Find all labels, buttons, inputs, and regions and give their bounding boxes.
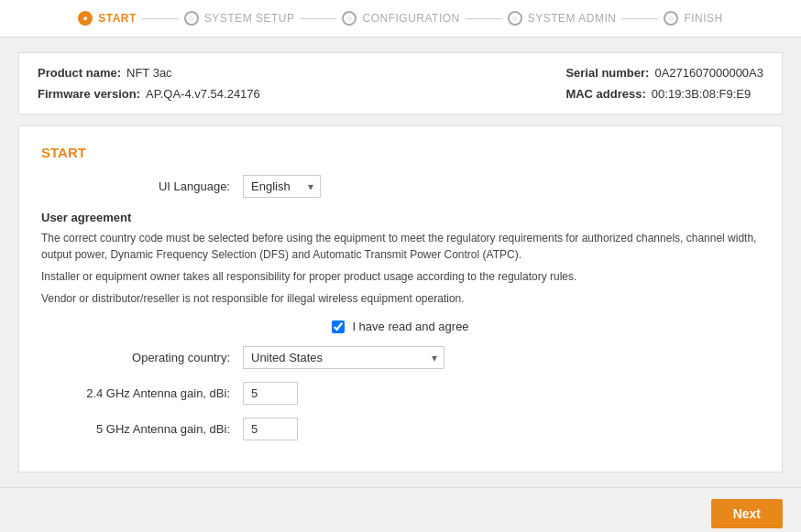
- step-label-configuration: CONFIGURATION: [362, 12, 459, 25]
- operating-country-select-wrapper: United States Canada United Kingdom Germ…: [243, 346, 444, 369]
- serial-value: 0A271607000000A3: [654, 66, 763, 80]
- next-button[interactable]: Next: [711, 499, 783, 528]
- agreement-checkbox[interactable]: [332, 320, 345, 333]
- antenna-24-input[interactable]: [243, 382, 298, 405]
- firmware-label: Firmware version:: [38, 87, 140, 101]
- wizard-step-system-admin[interactable]: ○ SYSTEM ADMIN: [508, 11, 617, 26]
- ui-language-row: UI Language: English French German Spani…: [41, 175, 760, 198]
- page-wrapper: ● START ○ SYSTEM SETUP ○ CONFIGURATION ○…: [0, 0, 801, 532]
- antenna-5-input[interactable]: [243, 418, 298, 440]
- step-circle-system-admin: ○: [508, 11, 522, 26]
- step-circle-finish: ○: [664, 11, 678, 26]
- device-info-left: Product name: NFT 3ac Firmware version: …: [38, 66, 260, 101]
- product-name-row: Product name: NFT 3ac: [38, 66, 260, 80]
- mac-label: MAC address:: [565, 87, 645, 101]
- wizard-nav: ● START ○ SYSTEM SETUP ○ CONFIGURATION ○…: [0, 0, 801, 38]
- mac-row: MAC address: 00:19:3B:08:F9:E9: [565, 87, 763, 101]
- step-label-system-setup: SYSTEM SETUP: [204, 12, 295, 25]
- agreement-section: User agreement The correct country code …: [41, 211, 760, 307]
- wizard-step-system-setup[interactable]: ○ SYSTEM SETUP: [184, 11, 295, 26]
- device-info-panel: Product name: NFT 3ac Firmware version: …: [18, 52, 783, 114]
- step-circle-system-setup: ○: [184, 11, 199, 26]
- antenna-5-row: 5 GHz Antenna gain, dBi:: [41, 418, 760, 440]
- connector-3: [466, 18, 502, 19]
- ui-language-select[interactable]: English French German Spanish: [243, 175, 321, 198]
- connector-1: [142, 18, 179, 19]
- agreement-checkbox-row: I have read and agree: [41, 320, 760, 333]
- agreement-text2: Installer or equipment owner takes all r…: [41, 268, 760, 285]
- connector-4: [621, 18, 658, 19]
- wizard-step-start[interactable]: ● START: [78, 11, 137, 26]
- agreement-title: User agreement: [41, 211, 760, 224]
- ui-language-select-wrapper: English French German Spanish: [243, 175, 321, 198]
- product-name-label: Product name:: [38, 66, 121, 80]
- wizard-step-finish[interactable]: ○ FINISH: [664, 11, 722, 26]
- step-label-start: START: [98, 12, 137, 25]
- operating-country-row: Operating country: United States Canada …: [41, 346, 760, 369]
- antenna-24-row: 2.4 GHz Antenna gain, dBi:: [41, 382, 760, 405]
- section-title: START: [41, 145, 760, 160]
- step-label-system-admin: SYSTEM ADMIN: [528, 12, 617, 25]
- step-label-finish: FINISH: [684, 12, 722, 25]
- firmware-value: AP.QA-4.v7.54.24176: [146, 87, 260, 101]
- antenna-24-label: 2.4 GHz Antenna gain, dBi:: [41, 386, 243, 400]
- agreement-text1: The correct country code must be selecte…: [41, 230, 760, 263]
- operating-country-label: Operating country:: [41, 351, 243, 364]
- firmware-row: Firmware version: AP.QA-4.v7.54.24176: [38, 87, 260, 101]
- operating-country-select[interactable]: United States Canada United Kingdom Germ…: [243, 346, 444, 369]
- agreement-checkbox-label[interactable]: I have read and agree: [352, 320, 468, 333]
- agreement-text3: Vendor or distributor/reseller is not re…: [41, 290, 760, 307]
- serial-row: Serial number: 0A271607000000A3: [565, 66, 763, 80]
- wizard-step-configuration[interactable]: ○ CONFIGURATION: [342, 11, 459, 26]
- start-card: START UI Language: English French German…: [18, 125, 783, 472]
- antenna-5-label: 5 GHz Antenna gain, dBi:: [41, 422, 243, 436]
- footer: Next: [0, 487, 801, 532]
- product-name-value: NFT 3ac: [126, 66, 172, 80]
- mac-value: 00:19:3B:08:F9:E9: [652, 87, 751, 101]
- step-circle-configuration: ○: [342, 11, 357, 26]
- serial-label: Serial number:: [565, 66, 649, 80]
- device-info-right: Serial number: 0A271607000000A3 MAC addr…: [565, 66, 763, 101]
- step-circle-start: ●: [78, 11, 93, 26]
- ui-language-label: UI Language:: [41, 179, 243, 193]
- main-content: Product name: NFT 3ac Firmware version: …: [0, 38, 801, 487]
- connector-2: [300, 18, 336, 19]
